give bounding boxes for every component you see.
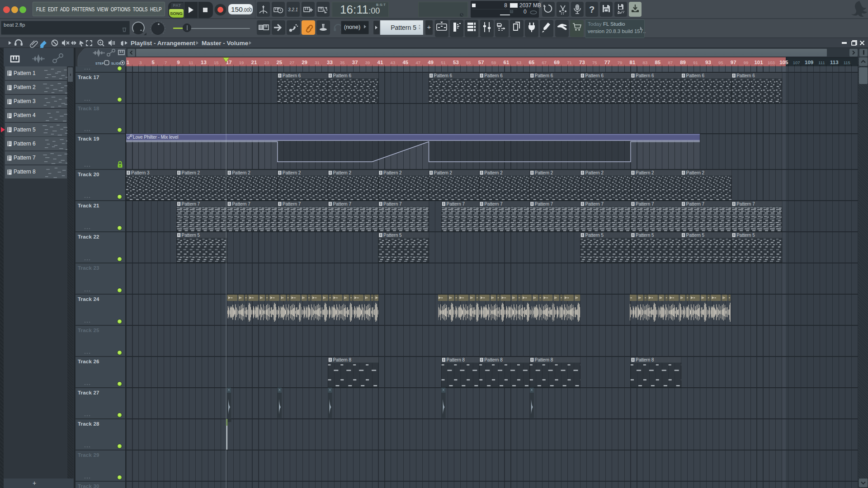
svg-text:65: 65: [528, 60, 534, 65]
svg-text:91: 91: [693, 60, 698, 65]
svg-text:Pattern 6: Pattern 6: [535, 73, 553, 78]
svg-text:21: 21: [251, 60, 257, 65]
svg-text:33: 33: [327, 60, 333, 65]
svg-text:Pattern 5: Pattern 5: [585, 233, 604, 238]
svg-text:47: 47: [415, 60, 420, 65]
svg-text:35: 35: [340, 60, 345, 65]
svg-text:15: 15: [214, 60, 219, 65]
svg-text:3.2.1: 3.2.1: [288, 7, 298, 12]
svg-text:Pattern 8: Pattern 8: [636, 357, 654, 362]
svg-text:9: 9: [177, 60, 179, 65]
svg-text:29: 29: [302, 60, 307, 65]
svg-text:Pattern 7: Pattern 7: [636, 202, 654, 206]
svg-text:Pattern 2: Pattern 2: [585, 170, 604, 175]
svg-text:13: 13: [201, 60, 207, 65]
svg-text:69: 69: [554, 60, 560, 65]
svg-text:55: 55: [466, 60, 471, 65]
svg-text:3: 3: [139, 60, 142, 65]
svg-text:Pattern 2: Pattern 2: [434, 170, 453, 175]
svg-text:Pattern 8: Pattern 8: [447, 357, 465, 362]
svg-text:49: 49: [428, 60, 434, 65]
svg-text:107: 107: [793, 60, 800, 65]
svg-text:79: 79: [618, 60, 623, 65]
svg-text:Pattern 7: Pattern 7: [686, 202, 705, 206]
svg-text:Pattern 7: Pattern 7: [283, 202, 301, 206]
svg-text:93: 93: [705, 60, 711, 65]
svg-text:43: 43: [391, 60, 396, 65]
svg-text:5: 5: [152, 60, 155, 65]
svg-text:Pattern 6: Pattern 6: [434, 73, 453, 78]
svg-text:Pattern 2: Pattern 2: [686, 170, 705, 175]
svg-text:Pattern 2: Pattern 2: [535, 170, 553, 175]
svg-text:Pattern 6: Pattern 6: [484, 73, 503, 78]
svg-text:Pattern 7: Pattern 7: [736, 202, 755, 206]
svg-text:Pattern 6: Pattern 6: [333, 73, 351, 78]
svg-text:Pattern 8: Pattern 8: [535, 357, 553, 362]
svg-text:Pattern 3: Pattern 3: [131, 170, 150, 175]
svg-text:Pattern 8: Pattern 8: [333, 357, 351, 362]
svg-text:51: 51: [441, 60, 446, 65]
svg-text:Pattern 7: Pattern 7: [447, 202, 465, 206]
svg-text:1: 1: [127, 60, 130, 65]
svg-text:Pattern 5: Pattern 5: [182, 233, 200, 238]
svg-text:71: 71: [567, 60, 572, 65]
svg-text:Pattern 2: Pattern 2: [636, 170, 654, 175]
svg-text:111: 111: [818, 60, 825, 65]
svg-text:31: 31: [315, 60, 320, 65]
svg-text:Pattern 2: Pattern 2: [283, 170, 301, 175]
svg-text:59: 59: [491, 60, 496, 65]
svg-text:85: 85: [655, 60, 660, 65]
svg-text:41: 41: [377, 60, 383, 65]
svg-text:Pattern 5: Pattern 5: [636, 233, 654, 238]
svg-text:Pattern 6: Pattern 6: [283, 73, 301, 78]
svg-text:Pattern 6: Pattern 6: [686, 73, 705, 78]
svg-text:75: 75: [592, 60, 597, 65]
svg-text:Pattern 5: Pattern 5: [736, 233, 755, 238]
svg-text:Pattern 7: Pattern 7: [383, 202, 402, 206]
svg-text:87: 87: [668, 60, 673, 65]
svg-text:Love Philter - Mix level: Love Philter - Mix level: [133, 135, 179, 140]
svg-text:77: 77: [604, 60, 610, 65]
svg-text:105: 105: [779, 60, 788, 65]
svg-text:97: 97: [731, 60, 736, 65]
svg-text:Pattern 2: Pattern 2: [232, 170, 250, 175]
svg-text:63: 63: [517, 60, 522, 65]
svg-text:73: 73: [579, 60, 585, 65]
svg-text:Pattern 6: Pattern 6: [636, 73, 654, 78]
svg-text:Pattern 7: Pattern 7: [333, 202, 351, 206]
svg-text:Pattern 6: Pattern 6: [585, 73, 604, 78]
svg-text:?: ?: [589, 5, 594, 14]
svg-text:81: 81: [630, 60, 636, 65]
svg-text:Pattern 7: Pattern 7: [232, 202, 250, 206]
svg-text:39: 39: [365, 60, 370, 65]
svg-text:Pattern 6: Pattern 6: [736, 73, 755, 78]
svg-text:115: 115: [844, 60, 850, 65]
svg-text:Pattern 7: Pattern 7: [585, 202, 604, 206]
svg-text:Pattern 7: Pattern 7: [484, 202, 503, 206]
svg-text:37: 37: [352, 60, 358, 65]
svg-text:Pattern 7: Pattern 7: [535, 202, 553, 206]
svg-text:103: 103: [768, 60, 775, 65]
svg-text:27: 27: [289, 60, 294, 65]
svg-text:23: 23: [264, 60, 269, 65]
svg-text:Pattern 7: Pattern 7: [182, 202, 200, 206]
svg-text:Pattern 5: Pattern 5: [686, 233, 705, 238]
svg-text:11: 11: [189, 60, 193, 65]
svg-text:83: 83: [643, 60, 648, 65]
svg-text:SLIDE: SLIDE: [111, 62, 121, 65]
svg-text:113: 113: [830, 60, 839, 65]
svg-text:99: 99: [744, 60, 749, 65]
svg-text:53: 53: [453, 60, 459, 65]
svg-text:7: 7: [165, 60, 167, 65]
svg-text:Pattern 8: Pattern 8: [484, 357, 503, 362]
svg-text:Pattern 5: Pattern 5: [383, 233, 402, 238]
svg-text:109: 109: [805, 60, 813, 65]
svg-text:61: 61: [504, 60, 509, 65]
svg-text:95: 95: [718, 60, 723, 65]
svg-text:19: 19: [239, 60, 244, 65]
svg-text:101: 101: [754, 60, 763, 65]
svg-text:Pattern 2: Pattern 2: [383, 170, 402, 175]
svg-text:57: 57: [478, 60, 484, 65]
svg-text:STEP: STEP: [95, 62, 104, 65]
svg-text:67: 67: [542, 60, 547, 65]
